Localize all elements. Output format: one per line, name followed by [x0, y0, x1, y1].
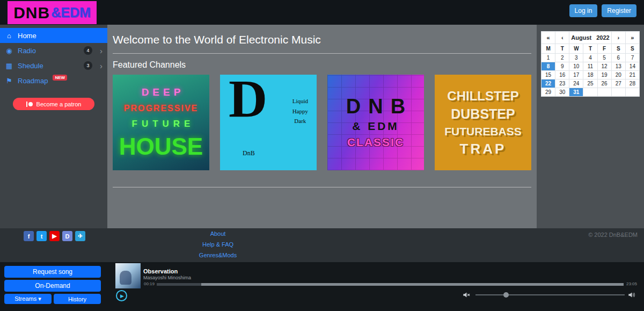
calendar-day[interactable]: 1 — [541, 54, 555, 62]
sidebar-item-shedule[interactable]: ▦ Shedule 3 › — [0, 58, 107, 73]
sidebar-item-label: Shedule — [18, 62, 43, 70]
login-button[interactable]: Log in — [569, 4, 598, 17]
play-button[interactable]: ▶ — [116, 290, 127, 301]
channel-card-list: DEEP PROGRESSIVE FUTURE HOUSE D Liquid H… — [113, 75, 531, 170]
calendar-widget: « ‹ August 2022 › » M T W T F S S — [541, 31, 640, 97]
calendar-day[interactable]: 26 — [597, 79, 611, 88]
calendar-day[interactable]: 4 — [583, 54, 597, 62]
telegram-icon[interactable]: ✈ — [75, 231, 85, 241]
facebook-icon[interactable]: f — [24, 231, 34, 241]
footer-link-about[interactable]: About — [175, 230, 261, 237]
main-content: Welcome to the World of Electronic Music… — [107, 25, 537, 228]
calendar-day[interactable]: 23 — [555, 79, 569, 88]
volume-slider[interactable] — [475, 294, 625, 295]
footer: f t ▶ D ✈ About Help & FAQ Genres&Mods ©… — [0, 228, 644, 262]
calendar-day[interactable]: 20 — [611, 71, 625, 79]
calendar-day[interactable]: 28 — [625, 79, 639, 88]
sidebar-item-radio[interactable]: ◉ Radio 4 › — [0, 43, 107, 58]
chevron-right-icon[interactable]: › — [100, 47, 103, 55]
channel-text: CHILLSTEP — [447, 90, 518, 103]
calendar-day[interactable]: 10 — [569, 62, 583, 71]
channel-text: CLASSIC — [347, 136, 404, 149]
channel-tags: Liquid Happy Dark — [292, 96, 308, 126]
sidebar: ⌂ Home ◉ Radio 4 › ▦ Shedule 3 › ⚑ Roadm… — [0, 25, 107, 228]
seek-bar[interactable] — [157, 283, 624, 286]
streams-dropdown-button[interactable]: Streams ▾ — [4, 294, 52, 304]
calendar-day[interactable] — [625, 88, 639, 97]
divider — [113, 53, 531, 54]
youtube-icon[interactable]: ▶ — [49, 231, 60, 241]
calendar-day[interactable]: 2 — [555, 54, 569, 62]
site-logo[interactable]: DNB &EDM — [8, 1, 97, 24]
on-demand-button[interactable]: On-Demand — [4, 280, 101, 292]
calendar-day-header: S — [625, 44, 639, 54]
calendar-day[interactable] — [583, 88, 597, 97]
channel-card-classic[interactable]: DNB & EDM CLASSIC — [327, 75, 424, 170]
channel-card-house[interactable]: DEEP PROGRESSIVE FUTURE HOUSE — [113, 75, 209, 170]
footer-link-genres-mods[interactable]: Genres&Mods — [175, 252, 261, 258]
volume-mute-icon[interactable] — [463, 291, 470, 301]
calendar-day[interactable]: 7 — [625, 54, 639, 62]
history-button[interactable]: History — [54, 294, 101, 304]
calendar-day[interactable]: 17 — [569, 71, 583, 79]
calendar-day-selected[interactable]: 31 — [569, 88, 583, 97]
register-button[interactable]: Register — [602, 4, 636, 17]
time-elapsed: 00:19 — [144, 281, 155, 286]
auth-buttons: Log in Register — [569, 4, 636, 17]
page-title: Welcome to the World of Electronic Music — [113, 33, 531, 46]
page: DNB &EDM Log in Register ⌂ Home ◉ Radio … — [0, 0, 644, 311]
sidebar-item-home[interactable]: ⌂ Home — [0, 28, 107, 43]
calendar-day-selected[interactable]: 22 — [541, 79, 555, 88]
patreon-label: Become a patron — [36, 101, 82, 107]
calendar-next-month-button[interactable]: › — [611, 32, 625, 44]
calendar-day[interactable]: 27 — [611, 79, 625, 88]
channel-card-chill[interactable]: CHILLSTEP DUBSTEP FUTUREBASS TRAP — [435, 75, 531, 170]
calendar-day[interactable]: 29 — [541, 88, 555, 97]
channel-text: & EDM — [352, 120, 399, 133]
sidebar-item-roadmap[interactable]: ⚑ Roadmap NEW — [0, 73, 107, 88]
channel-text: PROGRESSIVE — [124, 104, 198, 113]
calendar-prev-year-button[interactable]: « — [541, 32, 555, 44]
channel-card-dnb[interactable]: D Liquid Happy Dark DnB — [220, 75, 317, 170]
streams-label: Streams — [14, 295, 36, 302]
twitter-icon[interactable]: t — [36, 231, 47, 241]
chevron-right-icon[interactable]: › — [100, 62, 103, 70]
calendar-day[interactable]: 16 — [555, 71, 569, 79]
calendar-day[interactable]: 9 — [555, 62, 569, 71]
calendar-icon: ▦ — [5, 62, 13, 70]
volume-speaker-icon[interactable] — [628, 291, 635, 301]
calendar-day[interactable]: 24 — [569, 79, 583, 88]
channel-text: TRAP — [460, 142, 507, 156]
calendar-day[interactable] — [611, 88, 625, 97]
request-song-button[interactable]: Request song — [4, 266, 101, 278]
calendar-next-year-button[interactable]: » — [625, 32, 639, 44]
calendar-day-selected[interactable]: 8 — [541, 62, 555, 71]
calendar-day[interactable]: 11 — [583, 62, 597, 71]
calendar-day[interactable]: 14 — [625, 62, 639, 71]
calendar-prev-month-button[interactable]: ‹ — [555, 32, 569, 44]
calendar-day[interactable]: 19 — [597, 71, 611, 79]
calendar-day[interactable]: 18 — [583, 71, 597, 79]
calendar-day[interactable] — [597, 88, 611, 97]
radio-icon: ◉ — [5, 47, 13, 55]
channel-tag: Dark — [292, 116, 308, 126]
caret-down-icon: ▾ — [38, 295, 41, 302]
sidebar-item-label: Home — [18, 32, 36, 40]
footer-link-help-faq[interactable]: Help & FAQ — [175, 241, 261, 248]
calendar-day[interactable]: 12 — [597, 62, 611, 71]
calendar-day[interactable]: 21 — [625, 71, 639, 79]
roadmap-icon: ⚑ — [5, 77, 13, 85]
calendar-day[interactable]: 13 — [611, 62, 625, 71]
become-patron-button[interactable]: Become a patron — [13, 98, 94, 110]
channel-text: HOUSE — [119, 135, 203, 158]
volume-slider-thumb[interactable] — [503, 292, 509, 298]
divider — [113, 187, 531, 187]
calendar-day[interactable]: 6 — [611, 54, 625, 62]
featured-channels-heading: Featured Channels — [113, 60, 531, 70]
calendar-day[interactable]: 25 — [583, 79, 597, 88]
discord-icon[interactable]: D — [62, 231, 72, 241]
calendar-day[interactable]: 3 — [569, 54, 583, 62]
calendar-day[interactable]: 15 — [541, 71, 555, 79]
calendar-day[interactable]: 5 — [597, 54, 611, 62]
calendar-day[interactable]: 30 — [555, 88, 569, 97]
